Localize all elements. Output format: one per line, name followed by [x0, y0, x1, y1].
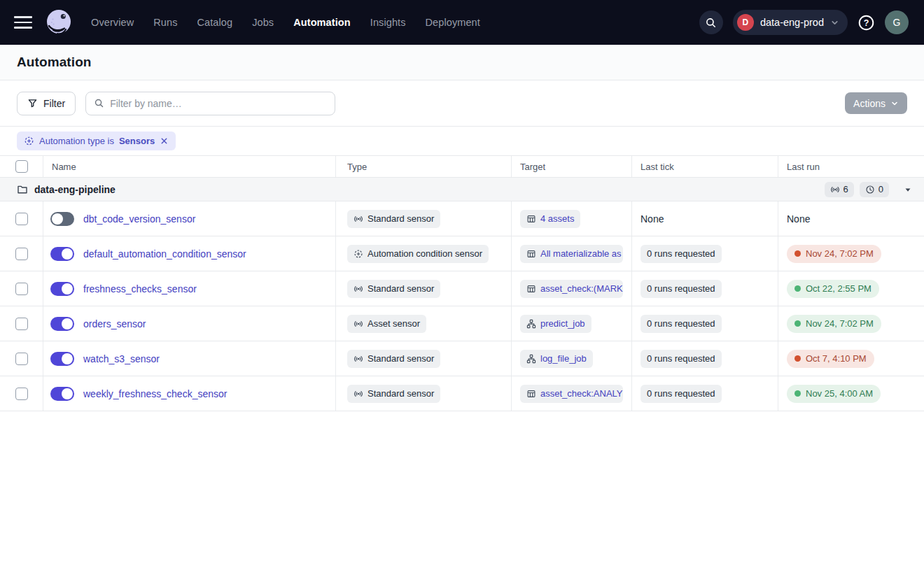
toolbar: Filter Actions	[0, 80, 924, 127]
last-tick-badge: 0 runs requested	[640, 280, 722, 298]
search-button[interactable]	[699, 10, 723, 34]
menu-icon[interactable]	[14, 16, 32, 29]
active-filters-row: Automation type is Sensors	[0, 127, 924, 156]
sensor-toggle[interactable]	[50, 387, 74, 401]
sensor-type-badge: Asset sensor	[347, 315, 426, 333]
asset-icon	[526, 284, 536, 294]
sensor-toggle[interactable]	[50, 282, 74, 296]
row-checkbox[interactable]	[15, 388, 28, 400]
target-link[interactable]: asset_check:(MARK	[520, 280, 623, 298]
sensor-type-badge: Standard sensor	[347, 350, 440, 368]
filter-chip-automation-type[interactable]: Automation type is Sensors	[17, 132, 176, 150]
target-link[interactable]: 4 assets	[520, 210, 580, 228]
chevron-down-icon	[890, 99, 899, 108]
sensor-toggle[interactable]	[50, 317, 74, 331]
column-header-target: Target	[512, 156, 632, 177]
search-icon	[705, 17, 717, 29]
last-run-status-badge[interactable]: Nov 24, 7:02 PM	[787, 245, 881, 263]
name-filter-box	[85, 92, 335, 115]
sensor-icon	[354, 284, 363, 294]
row-checkbox[interactable]	[15, 318, 28, 330]
user-avatar[interactable]: G	[885, 10, 909, 34]
nav-item-catalog[interactable]: Catalog	[197, 17, 232, 28]
row-checkbox[interactable]	[15, 283, 28, 295]
sensor-icon	[354, 389, 363, 399]
sensor-toggle[interactable]	[50, 212, 74, 226]
close-icon[interactable]	[160, 136, 169, 145]
sensor-name-link[interactable]: orders_sensor	[83, 318, 146, 329]
status-dot	[794, 285, 801, 292]
automation-condition-icon	[24, 136, 34, 146]
automation-condition-icon	[354, 249, 363, 259]
svg-text:?: ?	[864, 18, 869, 28]
sensor-name-link[interactable]: watch_s3_sensor	[83, 353, 160, 364]
sensors-table: Name Type Target Last tick Last run data…	[0, 156, 924, 411]
sensor-name-link[interactable]: default_automation_condition_sensor	[83, 248, 246, 260]
nav-item-deployment[interactable]: Deployment	[426, 17, 480, 28]
sensor-icon	[830, 185, 840, 194]
table-row: default_automation_condition_sensor Auto…	[0, 236, 924, 271]
job-icon	[526, 319, 536, 329]
name-filter-input[interactable]	[110, 98, 327, 109]
sensor-name-link[interactable]: weekly_freshness_check_sensor	[83, 388, 227, 399]
sensor-type-badge: Standard sensor	[347, 385, 440, 403]
table-header: Name Type Target Last tick Last run	[0, 156, 924, 178]
nav-item-runs[interactable]: Runs	[153, 17, 177, 28]
workspace-switcher[interactable]: D data-eng-prod	[733, 10, 848, 35]
code-location-name: data-eng-pipeline	[34, 184, 115, 195]
sensor-type-badge: Standard sensor	[347, 280, 440, 298]
row-checkbox[interactable]	[15, 353, 28, 365]
last-tick-value: None	[640, 213, 664, 225]
table-row: orders_sensor Asset sensor predict_job 0…	[0, 306, 924, 341]
status-dot	[794, 250, 801, 257]
nav-item-insights[interactable]: Insights	[370, 17, 406, 28]
column-header-type: Type	[336, 156, 512, 177]
sensor-count-badge: 6	[825, 182, 854, 197]
nav-item-jobs[interactable]: Jobs	[252, 17, 274, 28]
funnel-icon	[27, 98, 38, 108]
sensor-toggle[interactable]	[50, 352, 74, 366]
page-title: Automation	[17, 55, 92, 70]
help-icon: ?	[858, 14, 875, 31]
last-run-value: None	[787, 213, 810, 225]
folder-icon	[17, 184, 28, 195]
last-run-status-badge[interactable]: Oct 7, 4:10 PM	[787, 350, 874, 368]
row-checkbox[interactable]	[15, 213, 28, 225]
last-run-status-badge[interactable]: Oct 22, 2:55 PM	[787, 280, 879, 298]
sensor-icon	[354, 354, 363, 364]
status-dot	[794, 390, 801, 397]
table-row: weekly_freshness_check_sensor Standard s…	[0, 376, 924, 411]
target-link[interactable]: asset_check:ANALY	[520, 385, 623, 403]
nav-item-automation[interactable]: Automation	[293, 17, 351, 28]
target-link[interactable]: log_file_job	[520, 350, 593, 368]
sensor-type-badge: Standard sensor	[347, 210, 440, 228]
status-dot	[794, 355, 801, 362]
sensor-name-link[interactable]: freshness_checks_sensor	[83, 283, 197, 294]
help-button[interactable]: ?	[858, 14, 875, 31]
nav-menu: Overview Runs Catalog Jobs Automation In…	[91, 17, 480, 28]
filter-chip-prefix: Automation type is	[39, 136, 114, 146]
clock-icon	[865, 185, 875, 194]
asset-icon	[526, 214, 536, 224]
dagster-logo-icon[interactable]	[43, 7, 74, 38]
chevron-down-icon	[830, 18, 839, 27]
sensor-toggle[interactable]	[50, 247, 74, 261]
target-link[interactable]: All materializable as	[520, 245, 623, 263]
collapse-caret-icon[interactable]	[903, 185, 913, 194]
row-checkbox[interactable]	[15, 248, 28, 260]
asset-icon	[526, 389, 536, 399]
nav-item-overview[interactable]: Overview	[91, 17, 134, 28]
column-header-last-tick: Last tick	[632, 156, 778, 177]
schedule-count-badge: 0	[860, 182, 889, 197]
actions-button[interactable]: Actions	[845, 92, 907, 114]
search-icon	[94, 98, 104, 108]
filter-button[interactable]: Filter	[17, 92, 76, 115]
code-location-group-row[interactable]: data-eng-pipeline 6 0	[0, 178, 924, 201]
target-link[interactable]: predict_job	[520, 315, 592, 333]
asset-icon	[526, 249, 536, 259]
last-run-status-badge[interactable]: Nov 25, 4:00 AM	[787, 385, 881, 403]
last-run-status-badge[interactable]: Nov 24, 7:02 PM	[787, 315, 881, 333]
select-all-checkbox[interactable]	[15, 160, 28, 173]
column-header-last-run: Last run	[778, 156, 924, 177]
sensor-name-link[interactable]: dbt_code_version_sensor	[83, 213, 195, 225]
